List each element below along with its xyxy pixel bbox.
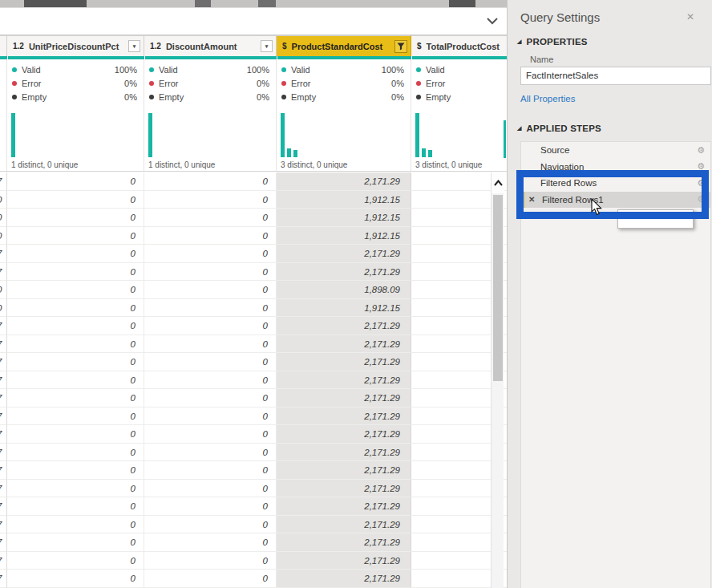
table-cell[interactable]: 0 [144, 570, 277, 588]
table-cell[interactable]: 0 [7, 425, 144, 444]
table-cell[interactable]: 0 [7, 245, 144, 263]
table-cell[interactable]: 0 [144, 533, 277, 552]
table-cell[interactable]: 2,171.29 [277, 408, 411, 426]
table-cell[interactable]: 1,912.15 [277, 227, 411, 245]
table-cell[interactable]: 0 [144, 317, 277, 335]
table-cell[interactable]: 7 [0, 353, 7, 371]
table-cell[interactable]: 0 [144, 497, 277, 516]
table-cell[interactable]: 0 [7, 570, 144, 588]
table-cell[interactable]: 1,898.09 [277, 281, 411, 299]
table-cell[interactable]: 7 [0, 425, 7, 444]
column-dropdown-button[interactable]: ▾ [261, 40, 273, 52]
close-icon[interactable]: ✕ [686, 11, 694, 22]
table-cell[interactable]: 7 [0, 408, 7, 426]
table-cell[interactable]: 0 [0, 227, 7, 245]
table-cell[interactable]: 0 [144, 209, 277, 227]
column-filter-button[interactable] [394, 40, 407, 53]
table-cell[interactable]: 7 [0, 516, 7, 534]
formula-bar[interactable] [0, 7, 507, 35]
table-cell[interactable]: 7 [0, 480, 7, 498]
table-cell[interactable]: 0 [7, 281, 144, 299]
table-cell[interactable]: 2,171.29 [277, 263, 411, 282]
step-source[interactable]: Source ⚙ [521, 142, 710, 159]
table-cell[interactable]: 0 [144, 335, 277, 354]
table-cell[interactable]: 0 [7, 191, 144, 209]
table-cell[interactable]: 0 [7, 552, 144, 570]
table-cell[interactable]: 2,171.29 [277, 497, 411, 516]
table-cell[interactable]: 1,912.15 [277, 209, 411, 227]
table-cell[interactable]: 0 [144, 263, 277, 282]
table-cell[interactable]: 0 [144, 172, 277, 191]
table-cell[interactable]: 7 [0, 335, 7, 354]
formula-bar-expand-icon[interactable] [486, 16, 499, 26]
column-header-totalproductcost[interactable]: $ TotalProductCost [411, 35, 507, 56]
table-cell[interactable]: 7 [0, 497, 7, 516]
table-cell[interactable]: 0 [7, 299, 144, 318]
table-cell[interactable]: 0 [7, 533, 144, 552]
scroll-up-button[interactable] [492, 172, 504, 193]
table-cell[interactable]: 0 [7, 408, 144, 426]
table-cell[interactable]: 2,171.29 [277, 480, 411, 498]
table-cell[interactable]: 2,171.29 [277, 570, 411, 588]
table-cell[interactable]: 1,912.15 [277, 191, 411, 209]
applied-steps-section-header[interactable]: ◢ APPLIED STEPS [517, 124, 601, 133]
table-cell[interactable]: 0 [7, 172, 144, 191]
table-cell[interactable]: 0 [144, 444, 277, 462]
table-cell[interactable]: 0 [144, 425, 277, 444]
table-cell[interactable]: 1,912.15 [277, 299, 411, 318]
properties-section-header[interactable]: ◢ PROPERTIES [517, 37, 588, 47]
table-cell[interactable]: 7 [0, 444, 7, 462]
table-cell[interactable]: 2,171.29 [277, 461, 411, 480]
table-cell[interactable]: 0 [7, 444, 144, 462]
gear-icon[interactable]: ⚙ [697, 145, 705, 156]
table-cell[interactable]: 7 [0, 245, 7, 263]
table-cell[interactable]: 0 [144, 408, 277, 426]
table-cell[interactable]: 7 [0, 172, 7, 191]
table-cell[interactable]: 0 [144, 480, 277, 498]
table-cell[interactable]: 0 [7, 516, 144, 534]
table-cell[interactable]: 0 [0, 299, 7, 318]
table-cell[interactable]: 0 [7, 317, 144, 335]
table-cell[interactable]: 7 [0, 570, 7, 588]
table-cell[interactable]: 2,171.29 [277, 317, 411, 335]
vertical-scrollbar[interactable] [491, 172, 504, 588]
table-cell[interactable]: 0 [7, 227, 144, 245]
column-header-discountamount[interactable]: 1.2 DiscountAmount ▾ [144, 35, 277, 56]
table-cell[interactable]: 0 [7, 480, 144, 498]
all-properties-link[interactable]: All Properties [520, 94, 575, 103]
table-cell[interactable]: 0 [7, 371, 144, 390]
gear-icon[interactable]: ⚙ [697, 178, 705, 189]
table-cell[interactable]: 0 [144, 299, 277, 318]
gear-icon[interactable]: ⚙ [697, 194, 705, 205]
table-cell[interactable]: 0 [144, 389, 277, 408]
table-cell[interactable]: 0 [0, 209, 7, 227]
table-cell[interactable]: 2,171.29 [277, 516, 411, 534]
table-cell[interactable]: 7 [0, 371, 7, 390]
step-navigation[interactable]: Navigation ⚙ [521, 159, 710, 176]
table-cell[interactable]: 0 [144, 552, 277, 570]
table-cell[interactable]: 7 [0, 533, 7, 552]
table-cell[interactable]: 0 [7, 335, 144, 354]
table-cell[interactable]: 2,171.29 [277, 353, 411, 371]
table-cell[interactable]: 0 [0, 281, 7, 299]
table-cell[interactable]: 0 [144, 281, 277, 299]
table-cell[interactable]: 0 [7, 497, 144, 516]
scrollbar-thumb[interactable] [493, 195, 503, 381]
table-cell[interactable]: 0 [144, 461, 277, 480]
table-cell[interactable]: 7 [0, 389, 7, 408]
table-cell[interactable]: 0 [144, 371, 277, 390]
table-cell[interactable]: 2,171.29 [277, 533, 411, 552]
delete-step-icon[interactable]: ✕ [528, 195, 535, 204]
table-cell[interactable]: 0 [0, 191, 7, 209]
table-cell[interactable]: 2,171.29 [277, 335, 411, 354]
query-name-input[interactable]: FactInternetSales [520, 67, 711, 85]
table-cell[interactable]: 7 [0, 263, 7, 282]
table-cell[interactable]: 0 [7, 389, 144, 408]
column-header-productstandardcost[interactable]: $ ProductStandardCost [277, 35, 411, 56]
table-cell[interactable]: 0 [144, 191, 277, 209]
table-cell[interactable]: 2,171.29 [277, 552, 411, 570]
table-cell[interactable]: 2,171.29 [277, 245, 411, 263]
table-cell[interactable]: 7 [0, 552, 7, 570]
table-cell[interactable]: 0 [7, 263, 144, 282]
table-cell[interactable]: 2,171.29 [277, 389, 411, 408]
